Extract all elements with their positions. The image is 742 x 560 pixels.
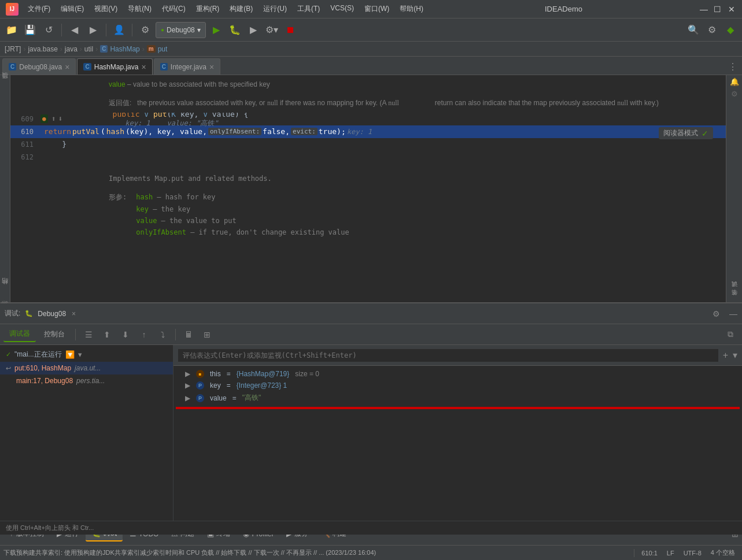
eval-dropdown-button[interactable]: ▾ <box>733 350 737 361</box>
run-button[interactable]: ▶ <box>208 22 224 38</box>
doc-return-text: the previous value associated with key, … <box>137 97 398 109</box>
menu-run[interactable]: 运行(U) <box>259 2 291 16</box>
main-area: 项目 结构 书签 value – value to be associated … <box>0 75 742 302</box>
var-item-value[interactable]: ▶ P value = "高铁" <box>173 391 742 405</box>
statusbar-indent[interactable]: 4 个空格 <box>707 547 739 558</box>
watch-panel <box>176 407 740 409</box>
sync-button[interactable]: ↺ <box>40 22 57 38</box>
toolbar-separator-1 <box>61 24 62 36</box>
save-button[interactable]: 💾 <box>22 22 38 38</box>
thread-expand-icon[interactable]: ▾ <box>78 350 82 359</box>
method-hash: hash <box>106 127 124 136</box>
debug-watches-button[interactable]: ⊞ <box>199 327 215 343</box>
menu-nav[interactable]: 导航(N) <box>123 2 156 16</box>
statusbar-charset[interactable]: UTF-8 <box>680 548 705 558</box>
bc-javabase[interactable]: java.base <box>28 45 57 53</box>
close-button[interactable]: ✕ <box>727 5 736 14</box>
eval-input[interactable] <box>178 349 718 362</box>
bc-put[interactable]: put <box>158 45 168 53</box>
minimize-button[interactable]: — <box>699 5 708 14</box>
debug-show-frames-button[interactable]: ☰ <box>80 327 97 343</box>
frame-item-1[interactable]: main:17, Debug08 pers.tia... <box>0 374 173 387</box>
tabs-more-button[interactable]: ⋮ <box>726 59 740 75</box>
debug-inline-609: key: 1 value: "高铁" <box>113 119 219 127</box>
debug-evaluate-button[interactable]: 🖩 <box>180 327 197 343</box>
notifications-icon[interactable]: 🔔 <box>730 77 739 86</box>
run-with-coverage-button[interactable]: ▶ <box>245 22 261 38</box>
debug-tab-console[interactable]: 控制台 <box>38 327 71 342</box>
doc-params-section: 形参: hash – hash for key key – the key va… <box>10 188 726 242</box>
bc-jrt[interactable]: [JRT] <box>5 45 21 53</box>
thread-name: "mai...正在运行 <box>14 350 62 359</box>
right-panel-toggle[interactable]: ⚙ <box>731 90 738 98</box>
menu-vcs[interactable]: VCS(S) <box>326 2 359 16</box>
menu-window[interactable]: 窗口(W) <box>360 2 394 16</box>
search-everywhere-button[interactable]: 🔍 <box>685 22 702 38</box>
maximize-button[interactable]: ☐ <box>713 5 722 14</box>
thread-item[interactable]: ✓ "mai...正在运行 🔽 ▾ <box>0 347 173 362</box>
type-k: K <box>171 113 180 118</box>
tab-debug08-label: Debug08.java <box>19 63 62 71</box>
doc-implements: Implements Map.put and related methods. <box>10 169 726 188</box>
debug-inline-610: key: 1 <box>347 128 372 136</box>
menu-build[interactable]: 构建(B) <box>225 2 257 16</box>
open-folder-button[interactable]: 📁 <box>3 22 20 38</box>
debug-tab-close[interactable]: × <box>72 310 76 318</box>
tab-hashmap-close[interactable]: × <box>141 63 146 71</box>
debug-toolbar-sep-2 <box>175 329 176 340</box>
editor-tabs: C Debug08.java × C HashMap.java × C Inte… <box>0 57 742 75</box>
bc-sep-2: › <box>60 45 62 53</box>
menu-refactor[interactable]: 重构(R) <box>191 2 224 16</box>
menu-help[interactable]: 帮助(H) <box>395 2 428 16</box>
step-over-icon: ⬆ <box>51 114 56 123</box>
var-item-key[interactable]: ▶ P key = {Integer@723} 1 <box>173 380 742 391</box>
breakpoint-icon[interactable]: ● <box>40 114 48 123</box>
bc-util[interactable]: util <box>84 45 93 53</box>
var-eq-value: = <box>232 394 237 402</box>
debug-tab-debugger[interactable]: 调试器 <box>3 327 36 342</box>
statusbar-encoding[interactable]: LF <box>663 548 678 558</box>
menu-code[interactable]: 代码(C) <box>157 2 190 16</box>
tab-hashmap[interactable]: C HashMap.java × <box>77 58 152 75</box>
param-label-evict: evict: <box>291 128 318 135</box>
thread-filter-icon[interactable]: 🔽 <box>65 350 75 359</box>
bc-hashmap[interactable]: HashMap <box>110 45 139 53</box>
debug-step-over-button[interactable]: ⬆ <box>99 327 115 343</box>
tab-debug08-close[interactable]: × <box>65 63 69 71</box>
debug-step-out-button[interactable]: ↑ <box>136 327 152 343</box>
debug-minimize-icon[interactable]: — <box>729 309 737 318</box>
eval-add-button[interactable]: + <box>723 350 728 361</box>
settings-button[interactable]: ⚙ <box>704 22 720 38</box>
titlebar-left: IJ 文件(F) 编辑(E) 视图(V) 导航(N) 代码(C) 重构(R) 构… <box>6 2 428 16</box>
tab-integer-close[interactable]: × <box>209 63 214 71</box>
plugins-button[interactable]: ◆ <box>722 22 739 38</box>
debug-settings-icon[interactable]: ⚙ <box>713 309 720 318</box>
var-item-this[interactable]: ▶ ■ this = {HashMap@719} size = 0 <box>173 368 742 380</box>
forward-button[interactable]: ▶ <box>85 22 101 38</box>
statusbar-position[interactable]: 610:1 <box>638 548 661 558</box>
menu-edit[interactable]: 编辑(E) <box>56 2 88 16</box>
debug-button[interactable]: 🐛 <box>227 22 243 38</box>
debug-restore-layout-button[interactable]: ⧉ <box>722 327 739 343</box>
debug-right: + ▾ ▶ ■ this = {HashMap@719} size = 0 ▶ … <box>173 345 742 522</box>
commit-button[interactable]: 👤 <box>111 22 127 38</box>
run-settings-button[interactable]: ⚙ <box>137 22 153 38</box>
tab-debug08[interactable]: C Debug08.java × <box>2 58 76 75</box>
back-button[interactable]: ◀ <box>67 22 83 38</box>
frame-item-0[interactable]: ↩ put:610, HashMap java.ut... <box>0 362 173 374</box>
menu-tools[interactable]: 工具(T) <box>293 2 324 16</box>
code-editor[interactable]: 609 ● ⬆ ⬇ public V put(K key, V value) {… <box>10 113 726 302</box>
stop-button[interactable]: ⏹ <box>282 22 298 38</box>
doc-params-list: hash – hash for key key – the key value … <box>136 191 349 239</box>
debug-config-dropdown[interactable]: ● Debug08 ▾ <box>156 22 206 38</box>
more-run-button[interactable]: ⚙▾ <box>264 22 280 38</box>
menu-view[interactable]: 视图(V) <box>90 2 122 16</box>
keyword-return: return <box>44 127 71 136</box>
param-onlyifabsent-desc: – if true, don't change existing value <box>186 228 349 236</box>
debug-run-to-cursor-button[interactable]: ⤵ <box>154 327 171 343</box>
debug-step-into-button[interactable]: ⬇ <box>117 327 134 343</box>
tab-integer[interactable]: C Integer.java × <box>154 58 220 75</box>
bc-java[interactable]: java <box>65 45 77 53</box>
menu-file[interactable]: 文件(F) <box>23 2 55 16</box>
debug-config-label[interactable]: Debug08 <box>38 310 66 318</box>
